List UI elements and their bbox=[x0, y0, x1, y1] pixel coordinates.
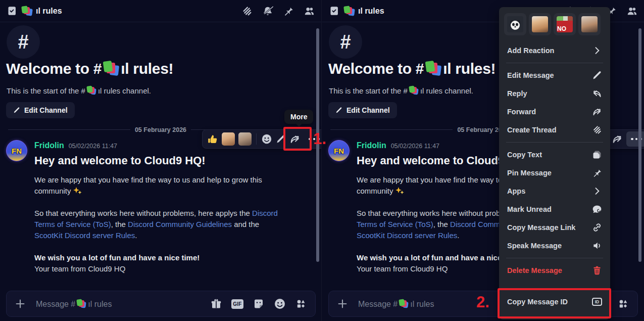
apps-launcher-icon[interactable] bbox=[295, 298, 307, 310]
pencil-icon bbox=[13, 107, 20, 114]
attach-plus-icon[interactable] bbox=[337, 298, 348, 309]
chevron-right-icon bbox=[592, 45, 602, 56]
member-list-icon[interactable] bbox=[304, 6, 315, 17]
reply-arrow-icon bbox=[592, 88, 602, 99]
pinned-messages-icon[interactable] bbox=[283, 6, 294, 17]
forward-button[interactable] bbox=[612, 133, 623, 145]
chevron-right-icon bbox=[592, 186, 602, 196]
menu-item-speak-message[interactable]: Speak Message bbox=[503, 237, 606, 255]
message-body: We are happy that you have find the way … bbox=[34, 174, 287, 286]
channel-hash-badge: # bbox=[329, 25, 362, 59]
channel-emoji-icon bbox=[344, 6, 355, 16]
thumbsup-reaction-button[interactable] bbox=[207, 133, 218, 145]
custom-emoji-face1-button[interactable] bbox=[222, 132, 235, 146]
message-author[interactable]: Fridolin bbox=[34, 141, 64, 150]
channel-emoji-icon bbox=[409, 86, 419, 95]
copy-icon bbox=[592, 150, 602, 160]
welcome-title: Welcome to #ıl rules! bbox=[328, 60, 496, 77]
channel-name: ıl rules bbox=[358, 7, 384, 16]
channel-emoji-icon bbox=[22, 6, 32, 16]
message-author[interactable]: Fridolin bbox=[357, 141, 386, 150]
attach-plus-icon[interactable] bbox=[15, 298, 26, 309]
member-list-icon[interactable] bbox=[626, 6, 637, 17]
mark-unread-icon bbox=[592, 204, 602, 214]
scrollbar[interactable] bbox=[638, 28, 641, 262]
custom-emoji-face1 bbox=[222, 132, 235, 146]
forward-arrow-icon bbox=[592, 107, 602, 117]
add-reaction-button[interactable] bbox=[261, 133, 272, 145]
menu-item-copy-message-link[interactable]: Copy Message Link bbox=[503, 218, 606, 237]
menu-item-delete-message[interactable]: Delete Message bbox=[503, 261, 606, 280]
notifications-muted-icon[interactable] bbox=[262, 6, 273, 17]
trash-icon bbox=[592, 265, 602, 276]
no-meme-image: NO bbox=[557, 16, 573, 32]
step2-highlight-box bbox=[498, 288, 611, 318]
speaker-icon bbox=[592, 241, 602, 251]
menu-item-reply[interactable]: Reply bbox=[503, 84, 606, 103]
gif-icon[interactable]: GIF bbox=[231, 298, 243, 310]
pencil-icon bbox=[592, 70, 602, 80]
menu-item-edit-message[interactable]: Edit Message bbox=[503, 66, 606, 84]
emoji-icon[interactable] bbox=[274, 298, 286, 310]
gift-icon[interactable] bbox=[210, 298, 222, 310]
quick-reaction-panda-sticker[interactable] bbox=[504, 13, 526, 35]
step2-number: 2. bbox=[476, 293, 489, 311]
channel-hash-badge: # bbox=[7, 25, 40, 59]
message-heading: Hey and welcome to Cloud9 HQ! bbox=[34, 154, 206, 167]
quick-reaction-no-meme[interactable]: NO bbox=[554, 13, 576, 35]
step1-number: 1. bbox=[313, 130, 326, 148]
menu-item-add-reaction[interactable]: Add Reaction bbox=[503, 41, 606, 60]
rules-channel-icon bbox=[7, 6, 17, 16]
rules-channel-icon bbox=[329, 6, 339, 16]
discord-panel-left: ıl rules # Welcome to #ıl rules! This is… bbox=[0, 0, 322, 321]
thread-icon bbox=[592, 125, 602, 135]
welcome-title: Welcome to #ıl rules! bbox=[6, 60, 173, 77]
menu-divider bbox=[506, 63, 603, 63]
avatar[interactable]: FN bbox=[6, 140, 27, 161]
message-timestamp: 05/02/2026 11:47 bbox=[69, 143, 117, 150]
message-context-menu: NO Add Reaction Edit Message Reply Forwa… bbox=[499, 7, 610, 319]
edit-channel-button[interactable]: Edit Channel bbox=[6, 102, 75, 118]
link-community-guidelines[interactable]: Discord Community Guidelines bbox=[128, 220, 232, 228]
sticker-icon[interactable] bbox=[253, 298, 265, 310]
custom-emoji-face2 bbox=[238, 132, 252, 146]
threads-icon[interactable] bbox=[241, 6, 253, 17]
menu-item-apps[interactable]: Apps bbox=[503, 182, 606, 200]
more-tooltip: More bbox=[284, 110, 313, 124]
channel-emoji-icon bbox=[426, 61, 441, 76]
message-timestamp: 05/02/2026 11:47 bbox=[391, 143, 439, 150]
menu-item-pin-message[interactable]: Pin Message bbox=[503, 164, 606, 182]
channel-emoji-icon bbox=[87, 86, 96, 95]
quick-reaction-face-meme[interactable] bbox=[529, 13, 551, 35]
pencil-icon bbox=[335, 107, 342, 114]
menu-item-create-thread[interactable]: Create Thread bbox=[503, 121, 606, 139]
composer-placeholder: Message #ıl rules bbox=[358, 299, 434, 309]
menu-divider bbox=[506, 258, 603, 258]
person-image bbox=[581, 16, 598, 32]
channel-emoji-icon bbox=[104, 61, 119, 76]
channel-name: ıl rules bbox=[36, 7, 62, 16]
channel-topbar: ıl rules bbox=[0, 0, 321, 22]
avatar[interactable]: FN bbox=[328, 140, 350, 161]
link-server-rules[interactable]: ScootKit Discord server Rules bbox=[34, 231, 135, 240]
channel-emoji-icon bbox=[399, 299, 409, 308]
channel-emoji-icon bbox=[77, 299, 86, 308]
menu-divider bbox=[506, 142, 603, 143]
menu-item-forward[interactable]: Forward bbox=[503, 103, 606, 121]
face-meme-image bbox=[532, 16, 548, 32]
menu-item-mark-unread[interactable]: Mark Unread bbox=[503, 200, 606, 218]
message-composer[interactable]: Message #ıl rules GIF bbox=[6, 291, 316, 317]
link-server-rules[interactable]: ScootKit Discord server Rules bbox=[357, 231, 457, 240]
quick-reaction-person[interactable] bbox=[578, 13, 601, 35]
panda-sticker-image bbox=[507, 16, 523, 32]
toolbar-divider bbox=[256, 133, 257, 145]
menu-item-copy-text[interactable]: Copy Text bbox=[503, 146, 606, 164]
apps-launcher-icon[interactable] bbox=[617, 298, 629, 310]
sparkles-emoji bbox=[395, 187, 404, 195]
step1-highlight-box bbox=[283, 127, 312, 151]
link-icon bbox=[592, 222, 602, 233]
custom-emoji-face2-button[interactable] bbox=[238, 132, 252, 146]
pin-icon bbox=[592, 168, 602, 178]
welcome-subtitle: This is the start of the #ıl rules chann… bbox=[329, 86, 473, 95]
edit-channel-button[interactable]: Edit Channel bbox=[328, 102, 397, 118]
